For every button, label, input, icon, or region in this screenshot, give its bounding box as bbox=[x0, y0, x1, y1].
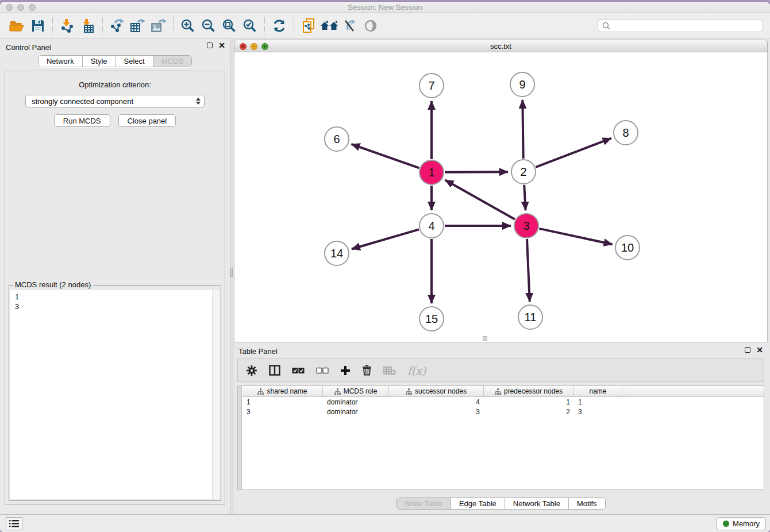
function-builder-icon: f(x) bbox=[407, 364, 426, 377]
memory-button[interactable]: Memory bbox=[717, 517, 766, 530]
table-options-icon[interactable] bbox=[246, 365, 257, 376]
open-file-icon[interactable] bbox=[7, 17, 28, 35]
canvas-scroll-grip[interactable] bbox=[483, 336, 487, 341]
table-cell[interactable]: 1 bbox=[484, 398, 574, 406]
task-history-button[interactable] bbox=[6, 517, 22, 530]
result-scrollbar[interactable] bbox=[212, 290, 220, 499]
close-panel-icon[interactable]: ✕ bbox=[218, 43, 225, 48]
edge-1-2[interactable] bbox=[445, 172, 508, 172]
column-label: shared name bbox=[267, 387, 307, 395]
main-toolbar bbox=[0, 13, 770, 39]
column-type-icon bbox=[257, 388, 264, 395]
edge-3-10[interactable] bbox=[539, 229, 612, 244]
table-cell[interactable]: 3 bbox=[574, 408, 622, 416]
tab-mcds[interactable]: MCDS bbox=[153, 56, 191, 67]
unselect-all-columns-icon[interactable] bbox=[316, 367, 329, 374]
title-bar: Session: New Session bbox=[0, 2, 770, 13]
create-column-icon[interactable] bbox=[340, 365, 351, 376]
apply-layout-icon[interactable] bbox=[269, 17, 290, 35]
table-panel: Table Panel ✕ bbox=[234, 344, 768, 514]
table-panel-title: Table Panel bbox=[238, 347, 278, 356]
search-input[interactable] bbox=[613, 22, 759, 30]
zoom-fit-icon[interactable] bbox=[219, 17, 240, 35]
control-panel-header: Control Panel ✕ bbox=[0, 39, 230, 55]
float-panel-icon[interactable] bbox=[207, 43, 213, 48]
edge-1-6[interactable] bbox=[351, 144, 419, 168]
save-session-icon[interactable] bbox=[28, 17, 48, 35]
network-canvas[interactable]: 1234678910111415 bbox=[234, 52, 768, 342]
table-cell[interactable]: 1 bbox=[574, 398, 622, 406]
destroy-table-icon bbox=[383, 366, 396, 375]
close-panel-button[interactable]: Close panel bbox=[118, 114, 176, 127]
export-image-icon[interactable] bbox=[148, 17, 169, 35]
splitter-grip[interactable] bbox=[230, 268, 233, 277]
import-network-icon[interactable] bbox=[57, 17, 78, 35]
edge-2-8[interactable] bbox=[536, 138, 611, 167]
clone-network-icon[interactable] bbox=[298, 17, 319, 35]
table-tab-network-table[interactable]: Network Table bbox=[505, 498, 569, 509]
memory-status-icon bbox=[723, 521, 729, 527]
edge-3-11[interactable] bbox=[527, 239, 530, 302]
table-cell[interactable]: 4 bbox=[389, 398, 484, 406]
run-mcds-button[interactable]: Run MCDS bbox=[54, 114, 110, 127]
table-tab-motifs[interactable]: Motifs bbox=[569, 498, 605, 509]
tab-select[interactable]: Select bbox=[116, 56, 153, 67]
search-field[interactable] bbox=[598, 19, 763, 32]
column-header-shared-name[interactable]: shared name bbox=[242, 386, 323, 396]
table-cell[interactable]: 2 bbox=[484, 408, 574, 416]
edge-2-3[interactable] bbox=[524, 185, 525, 210]
select-all-columns-icon[interactable] bbox=[292, 367, 305, 374]
graph-node-label: 7 bbox=[428, 79, 434, 92]
edge-4-14[interactable] bbox=[352, 229, 419, 249]
graph-node-label: 8 bbox=[622, 126, 629, 139]
column-header-successor-nodes[interactable]: successor nodes bbox=[389, 386, 484, 396]
optimization-label: Optimization criterion: bbox=[5, 80, 225, 89]
mcds-result-list[interactable]: 13 bbox=[10, 290, 220, 499]
toolbar-separator bbox=[52, 17, 53, 34]
column-header-predecessor-nodes[interactable]: predecessor nodes bbox=[484, 386, 574, 396]
table-row[interactable]: 1dominator411 bbox=[242, 397, 764, 407]
table-row[interactable]: 3dominator323 bbox=[242, 407, 764, 417]
toolbar-separator bbox=[102, 17, 103, 34]
graph-node-label: 1 bbox=[428, 166, 434, 179]
export-network-icon[interactable] bbox=[107, 17, 128, 35]
edge-2-9[interactable] bbox=[522, 100, 523, 159]
table-cell[interactable]: 1 bbox=[242, 398, 323, 406]
zoom-out-icon[interactable] bbox=[198, 17, 219, 35]
network-view-window: ✕ − + scc.txt 1234678910111415 bbox=[234, 40, 768, 342]
zoom-in-icon[interactable] bbox=[178, 17, 198, 35]
zoom-selected-icon[interactable] bbox=[240, 17, 260, 35]
show-columns-icon[interactable] bbox=[269, 365, 280, 376]
table-panel-header: Table Panel ✕ bbox=[234, 344, 768, 358]
tab-style[interactable]: Style bbox=[83, 56, 116, 67]
float-table-panel-icon[interactable] bbox=[745, 347, 750, 353]
node-table[interactable]: shared nameMCDS rolesuccessor nodesprede… bbox=[237, 385, 764, 490]
column-header-name[interactable]: name bbox=[574, 386, 622, 396]
hide-selected-icon[interactable] bbox=[340, 17, 360, 35]
table-cell[interactable]: 3 bbox=[242, 408, 323, 416]
edge-3-1[interactable] bbox=[445, 180, 515, 219]
export-table-icon[interactable] bbox=[128, 17, 148, 35]
criterion-value: strongly connected component bbox=[32, 97, 196, 106]
column-type-icon bbox=[334, 388, 341, 395]
column-type-icon bbox=[406, 388, 412, 395]
table-cell[interactable]: 3 bbox=[389, 408, 484, 416]
column-type-icon bbox=[495, 388, 501, 395]
tab-network[interactable]: Network bbox=[38, 56, 83, 67]
graph-node-label: 14 bbox=[330, 247, 343, 260]
criterion-dropdown[interactable]: strongly connected component bbox=[25, 95, 205, 107]
column-header-mcds-role[interactable]: MCDS role bbox=[323, 386, 389, 396]
delete-columns-icon[interactable] bbox=[362, 365, 372, 376]
mcds-panel: Optimization criterion: strongly connect… bbox=[5, 71, 225, 505]
column-label: predecessor nodes bbox=[504, 387, 563, 395]
table-tab-node-table[interactable]: Node Table bbox=[396, 498, 451, 509]
table-cell[interactable]: dominator bbox=[323, 398, 389, 406]
import-table-icon[interactable] bbox=[78, 17, 98, 35]
table-tabs: Node TableEdge TableNetwork TableMotifs bbox=[234, 498, 768, 510]
graph-node-label: 4 bbox=[428, 219, 434, 232]
table-tab-edge-table[interactable]: Edge Table bbox=[451, 498, 505, 509]
close-table-panel-icon[interactable]: ✕ bbox=[756, 347, 763, 353]
table-cell[interactable]: dominator bbox=[323, 408, 389, 416]
first-neighbors-icon[interactable] bbox=[319, 17, 340, 35]
show-all-icon[interactable] bbox=[360, 17, 381, 35]
